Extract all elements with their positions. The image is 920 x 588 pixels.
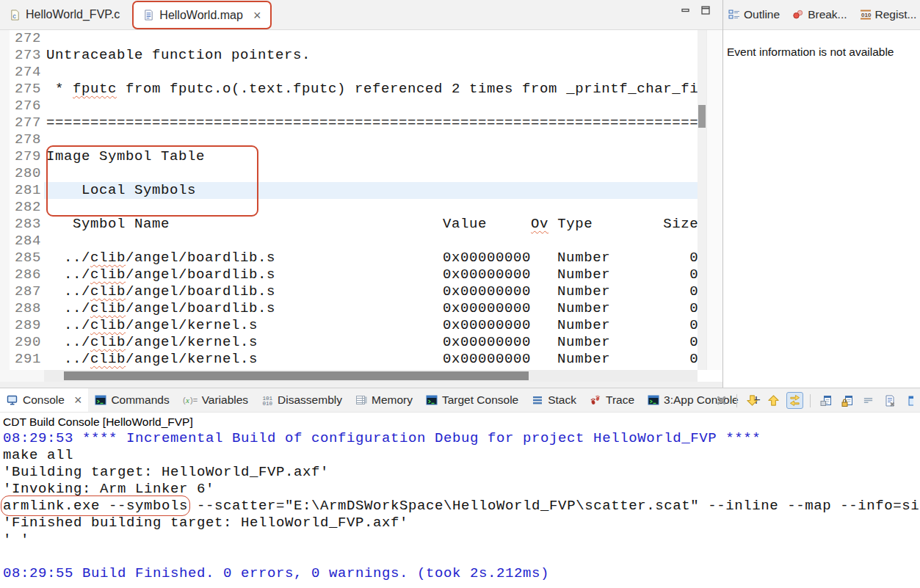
outline-icon [728,9,740,21]
line-number: 277 [0,115,41,131]
console-tab-console[interactable]: Console× [0,388,88,412]
console-line: 'Finished building target: HelloWorld_FV… [3,515,920,531]
editor-line: 290 ../clib/angel/kernel.s 0x00000000 Nu… [0,334,698,351]
editor-line: 279Image Symbol Table [0,148,698,165]
editor-text-segment: clib [90,300,126,316]
line-number: 275 [0,81,41,98]
terminal-icon [648,394,659,406]
pin-console-button[interactable] [817,392,834,409]
console-tab-variables[interactable]: (x)=Variables [176,388,255,412]
terminal-icon [95,394,106,406]
clear-console-button[interactable] [881,392,898,409]
editor-line-text: * fputc from fputc.o(.text.fputc) refere… [46,81,698,97]
registers-icon: 010 [860,9,872,21]
editor-line: 276 [0,98,698,115]
editor-line-text: Local Symbols [46,182,196,198]
console-tab-target-console[interactable]: Target Console [419,388,525,412]
console-line: 'Invoking: Arm Linker 6' [3,481,920,498]
view-tab-break[interactable]: Break... [792,8,847,21]
editor-text-segment: clib [90,351,126,367]
view-tab-regist[interactable]: 010Regist... [860,8,917,21]
editor-text-segment: /angel/kernel.s 0x00000000 Number 0 [126,317,698,333]
close-icon[interactable]: × [253,9,261,22]
console-text-segment: ' ' [3,531,29,548]
console-line [3,548,920,565]
minimize-icon[interactable] [681,5,691,15]
line-number: 284 [0,233,41,250]
console-tab-memory[interactable]: Memory [349,388,419,412]
right-panel-tabbar: OutlineBreak...010Regist... [723,0,920,30]
editor-line: 286 ../clib/angel/boardlib.s 0x00000000 … [0,266,698,283]
swap-arrows-button[interactable] [786,392,803,409]
line-number: 289 [0,317,41,334]
down-arrow-button[interactable] [744,392,761,409]
editor-text-segment: Untraceable function pointers. [46,47,311,63]
editor-line: 273Untraceable function pointers. [0,47,698,64]
lock-console-button[interactable] [838,392,855,409]
line-number: 274 [0,64,41,81]
editor-text-segment: ../ [46,351,90,367]
svg-text:x: x [185,396,189,404]
console-text-segment: --scatter="E:\ArmDSWorkSpace\HelloWorld_… [188,498,919,514]
editor-tabbar: cHelloWorld_FVP.cHelloWorld.map× [0,0,722,30]
line-number: 272 [0,30,41,47]
trace-icon [590,394,601,406]
editor-tab-helloworld-fvp-c[interactable]: cHelloWorld_FVP.c [0,0,129,29]
line-number: 285 [0,250,41,266]
editor-line: 288 ../clib/angel/boardlib.s 0x00000000 … [0,300,698,317]
horizontal-scrollbar[interactable] [0,370,698,382]
console-tab-trace[interactable]: Trace [583,388,641,412]
editor-text-segment: clib [90,334,126,350]
console-line: armlink.exe --symbols --scatter="E:\ArmD… [3,498,920,515]
console-tabbar: Console×Commands(x)=Variables101010Disas… [0,388,920,413]
up-arrow-button[interactable] [765,392,782,409]
console-tab-commands[interactable]: Commands [88,388,175,412]
remove-button[interactable] [713,392,730,409]
editor-line: 281 Local Symbols [0,182,698,199]
editor-text-segment: /angel/boardlib.s 0x00000000 Number 0 [126,283,698,300]
editor-tab-label: HelloWorld_FVP.c [26,8,120,21]
vertical-scrollbar[interactable] [698,30,706,370]
pin-console-icon [820,395,832,407]
up-arrow-icon [767,394,780,407]
editor-line: 285 ../clib/angel/boardlib.s 0x00000000 … [0,250,698,266]
line-number: 276 [0,98,41,115]
close-icon[interactable]: × [74,393,82,407]
horizontal-scrollbar-thumb[interactable] [64,371,529,380]
editor-line-text: ../clib/angel/boardlib.s 0x00000000 Numb… [46,300,698,316]
line-number: 288 [0,300,41,317]
console-line: 08:29:55 Build Finished. 0 errors, 0 war… [3,565,920,582]
editor-text-segment: clib [90,283,126,300]
console-tab-stack[interactable]: Stack [525,388,583,412]
console-icon [7,394,18,406]
svg-text:010: 010 [263,401,273,406]
c-file-icon: c [10,10,21,21]
editor-body: 272273Untraceable function pointers.2742… [0,30,722,388]
editor-text-segment: ../ [46,250,90,266]
console-tab-disassembly[interactable]: 101010Disassembly [255,388,349,412]
editor-line-text: ========================================… [46,115,698,131]
editor-tab-helloworld-map[interactable]: HelloWorld.map× [132,1,272,29]
overview-ruler[interactable] [706,30,722,370]
view-tab-label: Break... [808,8,847,21]
line-number: 278 [0,131,41,148]
editor-line: 291 ../clib/angel/kernel.s 0x00000000 Nu… [0,351,698,368]
line-number: 273 [0,47,41,64]
editor-text-segment: Ov [531,216,548,232]
editor-line: 274 [0,64,698,81]
console-output[interactable]: 08:29:53 **** Incremental Build of confi… [0,430,920,588]
partial-console-button[interactable] [902,392,919,409]
maximize-icon[interactable] [700,5,711,15]
word-wrap-button[interactable] [860,392,877,409]
editor-text-segment: clib [90,317,126,333]
view-tab-outline[interactable]: Outline [728,8,780,21]
console-text-segment: make all [3,447,73,463]
editor-line-text: Image Symbol Table [46,148,205,164]
partial-console-icon [908,395,913,407]
view-tab-label: Outline [744,8,780,21]
console-tab-label: Disassembly [278,393,342,407]
line-number: 290 [0,334,41,351]
editor-code[interactable]: 272273Untraceable function pointers.2742… [0,30,698,370]
console-tab-label: Console [23,393,65,407]
vertical-scrollbar-thumb[interactable] [698,105,706,128]
